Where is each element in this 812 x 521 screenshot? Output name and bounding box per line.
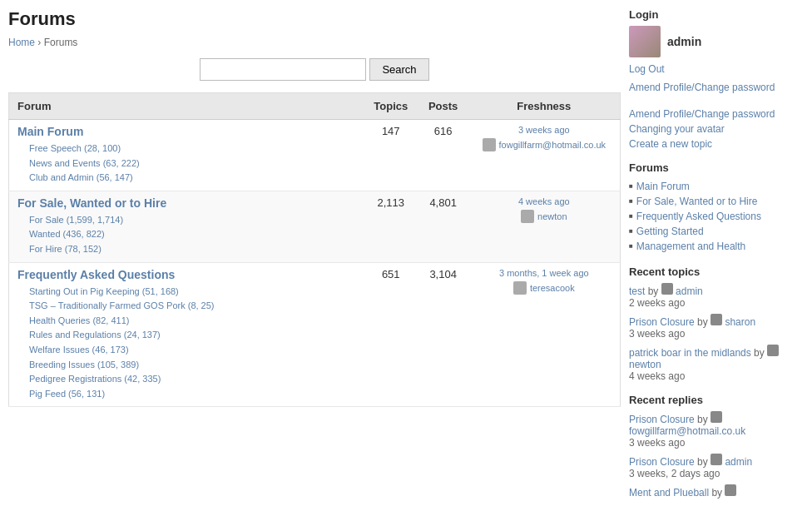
recent-topic-user[interactable]: admin (676, 285, 703, 297)
recent-reply-by: by (697, 456, 710, 468)
sidebar-forum-item: Management and Health (629, 239, 804, 254)
create-topic-link[interactable]: Create a new topic (629, 138, 804, 150)
recent-topic-time: 4 weeks ago (629, 370, 804, 382)
subforum-link[interactable]: Starting Out in Pig Keeping (51, 168) (29, 285, 355, 300)
recent-topic-link[interactable]: patrick boar in the midlands (629, 347, 751, 359)
subforum-link[interactable]: Breeding Issues (105, 389) (29, 358, 355, 373)
subforum-link[interactable]: For Sale (1,599, 1,714) (29, 213, 355, 228)
sidebar-forum-item: Frequently Asked Questions (629, 209, 804, 224)
recent-topic-item: Prison Closure by sharon 3 weeks ago (629, 314, 804, 340)
freshness-username[interactable]: newton (537, 211, 567, 221)
col-header-posts: Posts (418, 93, 468, 120)
freshness-username[interactable]: fowgillfarm@hotmail.co.uk (499, 140, 607, 150)
amend-profile-link[interactable]: Amend Profile/Change password (629, 79, 804, 97)
forum-name-cell: For Sale, Wanted or to Hire For Sale (1,… (9, 191, 364, 262)
subforum-link[interactable]: Free Speech (28, 100) (29, 141, 355, 156)
sidebar-forum-link[interactable]: For Sale, Wanted or to Hire (636, 196, 758, 207)
recent-topic-item: test by admin 2 weeks ago (629, 283, 804, 309)
freshness-cell: 3 months, 1 week ago teresacook (468, 262, 621, 407)
subforum-link[interactable]: TSG – Traditionally Farmed GOS Pork (8, … (29, 299, 355, 314)
subforum-link[interactable]: For Hire (78, 152) (29, 242, 355, 257)
log-out-link[interactable]: Log Out (629, 61, 804, 79)
forums-table: Forum Topics Posts Freshness Main Forum … (8, 92, 621, 407)
freshness-link[interactable]: 4 weeks ago (518, 196, 570, 206)
sidebar-recent-topics: Recent topics test by admin 2 weeks ago … (629, 265, 804, 382)
subforum-link[interactable]: Wanted (436, 822) (29, 227, 355, 242)
subforum-link[interactable]: Rules and Regulations (24, 137) (29, 328, 355, 343)
topics-cell: 651 (364, 262, 418, 407)
table-row: Main Forum Free Speech (28, 100)News and… (9, 120, 621, 191)
freshness-link[interactable]: 3 months, 1 week ago (499, 268, 589, 278)
freshness-username[interactable]: teresacook (530, 283, 575, 293)
subforum-link[interactable]: Club and Admin (56, 147) (29, 171, 355, 186)
recent-reply-by: by (711, 487, 725, 499)
recent-reply-time: 3 weeks ago (629, 437, 804, 449)
breadcrumb-home[interactable]: Home (8, 37, 35, 48)
login-title: Login (629, 8, 804, 21)
breadcrumb: Home › Forums (8, 37, 621, 48)
sidebar-recent-replies-title: Recent replies (629, 394, 804, 406)
forum-link[interactable]: Main Forum (17, 125, 83, 138)
sidebar-forum-item: For Sale, Wanted or to Hire (629, 194, 804, 209)
recent-topic-time: 2 weeks ago (629, 297, 804, 309)
amend-profile-link2[interactable]: Amend Profile/Change password (629, 108, 804, 120)
freshness-link[interactable]: 3 weeks ago (518, 125, 570, 135)
search-bar: Search (8, 58, 621, 81)
freshness-user: fowgillfarm@hotmail.co.uk (477, 138, 611, 151)
sidebar-forums: Forums Main ForumFor Sale, Wanted or to … (629, 161, 804, 254)
forum-link[interactable]: For Sale, Wanted or to Hire (17, 196, 166, 210)
login-user: admin (629, 26, 804, 57)
freshness-cell: 3 weeks ago fowgillfarm@hotmail.co.uk (468, 120, 621, 191)
sidebar-recent-topics-title: Recent topics (629, 265, 804, 278)
sidebar-forum-link[interactable]: Getting Started (636, 226, 704, 237)
sidebar-forum-item: Getting Started (629, 224, 804, 239)
subforum-link[interactable]: Health Queries (82, 411) (29, 314, 355, 329)
subforum-link[interactable]: Pedigree Registrations (42, 335) (29, 372, 355, 387)
recent-topic-user[interactable]: sharon (725, 316, 755, 328)
recent-reply-user[interactable]: fowgillfarm@hotmail.co.uk (629, 425, 745, 437)
topics-cell: 147 (364, 120, 418, 191)
topics-cell: 2,113 (364, 191, 418, 262)
sidebar-forum-link[interactable]: Main Forum (636, 181, 690, 192)
subforum-link[interactable]: Pig Feed (56, 131) (29, 387, 355, 402)
avatar (629, 26, 661, 57)
recent-reply-link[interactable]: Prison Closure (629, 414, 695, 425)
changing-avatar-link[interactable]: Changing your avatar (629, 123, 804, 135)
sidebar-forum-link[interactable]: Management and Health (636, 241, 745, 252)
recent-reply-user[interactable]: admin (725, 456, 752, 468)
forum-name-cell: Main Forum Free Speech (28, 100)News and… (9, 120, 364, 191)
recent-reply-link[interactable]: Ment and Plueball (629, 487, 709, 499)
forum-link[interactable]: Frequently Asked Questions (17, 268, 175, 281)
recent-reply-time: 3 weeks, 2 days ago (629, 468, 804, 479)
recent-topic-item: patrick boar in the midlands by newton 4… (629, 345, 804, 382)
recent-reply-link[interactable]: Prison Closure (629, 456, 695, 468)
sidebar-recent-replies: Recent replies Prison Closure by fowgill… (629, 394, 804, 499)
table-row: For Sale, Wanted or to Hire For Sale (1,… (9, 191, 621, 262)
login-links: Log Out Amend Profile/Change password (629, 61, 804, 97)
sidebar-forum-item: Main Forum (629, 179, 804, 194)
recent-reply-item: Ment and Plueball by (629, 484, 804, 499)
forum-name-cell: Frequently Asked Questions Starting Out … (9, 262, 364, 407)
sub-forums: Free Speech (28, 100)News and Events (63… (17, 141, 355, 186)
posts-cell: 3,104 (418, 262, 468, 407)
subforum-link[interactable]: News and Events (63, 222) (29, 156, 355, 171)
sidebar-forum-link[interactable]: Frequently Asked Questions (636, 211, 761, 222)
table-row: Frequently Asked Questions Starting Out … (9, 262, 621, 407)
sidebar: Login admin Log Out Amend Profile/Change… (629, 8, 804, 510)
freshness-user: newton (477, 210, 611, 223)
recent-reply-item: Prison Closure by fowgillfarm@hotmail.co… (629, 411, 804, 449)
recent-reply-item: Prison Closure by admin 3 weeks, 2 days … (629, 454, 804, 479)
subforum-link[interactable]: Welfare Issues (46, 173) (29, 343, 355, 358)
recent-topic-user[interactable]: newton (629, 359, 661, 370)
search-button[interactable]: Search (369, 58, 428, 81)
recent-topic-time: 3 weeks ago (629, 328, 804, 340)
col-header-forum: Forum (9, 93, 364, 120)
freshness-cell: 4 weeks ago newton (468, 191, 621, 262)
recent-topic-by: by (697, 316, 710, 328)
recent-topic-link[interactable]: Prison Closure (629, 316, 695, 328)
search-input[interactable] (200, 58, 366, 81)
recent-topic-link[interactable]: test (629, 285, 645, 297)
sidebar-forums-title: Forums (629, 161, 804, 174)
username: admin (667, 35, 701, 48)
col-header-freshness: Freshness (468, 93, 621, 120)
